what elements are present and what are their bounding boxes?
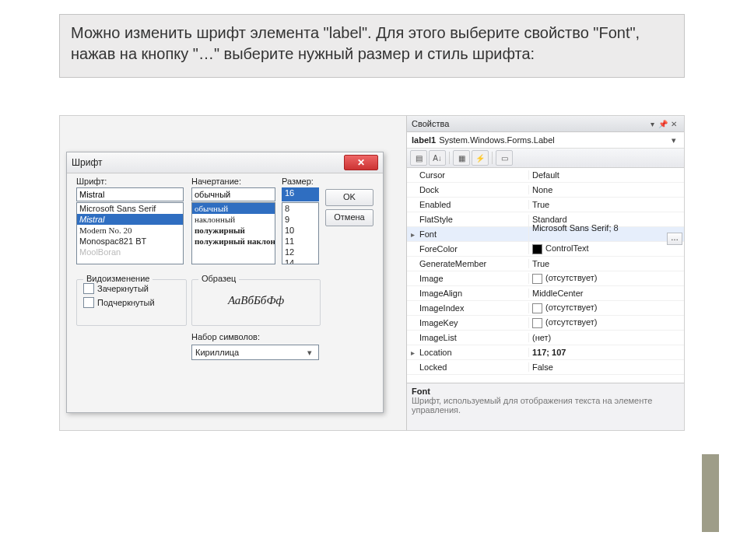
- chevron-down-icon: ▾: [668, 135, 679, 145]
- properties-description: Font Шрифт, используемый для отображения…: [407, 383, 684, 430]
- font-name-input[interactable]: [76, 187, 184, 201]
- ok-button[interactable]: OK: [325, 189, 374, 206]
- list-item[interactable]: 10: [282, 225, 318, 236]
- strikeout-checkbox[interactable]: Зачеркнутый: [83, 283, 186, 294]
- properties-icon[interactable]: ▦: [453, 150, 470, 166]
- list-item[interactable]: 12: [282, 247, 318, 257]
- properties-object-selector[interactable]: label1 System.Windows.Forms.Label ▾: [407, 132, 684, 149]
- instruction-banner: Можно изменить шрифт элемента "label". Д…: [59, 14, 685, 78]
- sort-az-icon[interactable]: A↓: [429, 150, 446, 166]
- expand-icon[interactable]: ▸: [407, 230, 418, 239]
- font-dialog-title: Шрифт: [72, 157, 102, 168]
- close-icon[interactable]: ✕: [344, 155, 378, 170]
- property-name: Dock: [418, 185, 528, 194]
- sample-legend: Образец: [198, 274, 239, 283]
- list-item[interactable]: 8: [282, 203, 318, 214]
- property-name: ImageList: [418, 333, 528, 342]
- property-row[interactable]: DockNone: [407, 183, 684, 198]
- property-name: GenerateMember: [418, 259, 528, 268]
- property-value[interactable]: 117; 107: [528, 348, 684, 357]
- list-item[interactable]: Microsoft Sans Serif: [77, 203, 183, 214]
- property-row[interactable]: LockedFalse: [407, 360, 684, 375]
- effects-legend: Видоизменение: [83, 274, 153, 283]
- chevron-down-icon: ▾: [304, 348, 315, 358]
- property-value[interactable]: ControlText: [528, 243, 684, 254]
- property-name: Enabled: [418, 200, 528, 209]
- property-value[interactable]: False: [528, 362, 684, 372]
- property-value[interactable]: None: [528, 185, 684, 194]
- list-item[interactable]: Mistral: [77, 214, 183, 225]
- properties-grid[interactable]: CursorDefaultDockNoneEnabledTrueFlatStyl…: [407, 168, 684, 383]
- property-name: Image: [418, 274, 528, 283]
- property-name: ImageKey: [418, 318, 528, 327]
- property-row[interactable]: ImageIndex(отсутствует): [407, 301, 684, 316]
- description-title: Font: [412, 387, 679, 396]
- property-pages-icon[interactable]: ▭: [496, 150, 513, 166]
- list-item[interactable]: 11: [282, 236, 318, 247]
- font-size-input[interactable]: 16: [282, 187, 319, 201]
- property-name: Font: [418, 229, 528, 239]
- checkbox-icon: [83, 283, 94, 294]
- font-dialog-titlebar[interactable]: Шрифт ✕: [67, 152, 383, 173]
- charset-dropdown[interactable]: Кириллица ▾: [191, 345, 319, 360]
- property-row[interactable]: ImageList(нет): [407, 331, 684, 345]
- property-value[interactable]: (нет): [528, 333, 684, 342]
- instruction-text: Можно изменить шрифт элемента "label". Д…: [71, 24, 640, 62]
- pin-icon[interactable]: 📌: [658, 120, 668, 128]
- font-size-label: Размер:: [282, 177, 319, 186]
- property-name: ImageAlign: [418, 289, 528, 298]
- list-item[interactable]: полужирный наклонный: [192, 236, 275, 247]
- property-row[interactable]: ▸Location117; 107: [407, 345, 684, 360]
- categorized-icon[interactable]: ▤: [410, 150, 427, 166]
- property-row[interactable]: ▸FontMicrosoft Sans Serif; 8…: [407, 227, 684, 242]
- list-item[interactable]: Modern No. 20: [77, 225, 183, 236]
- property-value[interactable]: True: [528, 200, 684, 209]
- property-row[interactable]: CursorDefault: [407, 168, 684, 183]
- property-value[interactable]: (отсутствует): [528, 303, 684, 313]
- effects-group: Видоизменение Зачеркнутый Подчеркнутый: [76, 279, 187, 326]
- list-item[interactable]: 9: [282, 214, 318, 225]
- font-style-list[interactable]: обычный наклонный полужирный полужирный …: [191, 202, 275, 264]
- checkbox-icon: [83, 297, 94, 308]
- property-value[interactable]: Microsoft Sans Serif; 8…: [528, 223, 684, 245]
- list-item[interactable]: 14: [282, 257, 318, 264]
- font-dialog: Шрифт ✕ Шрифт: Microsoft Sans Serif Mist…: [66, 152, 384, 413]
- list-item[interactable]: обычный: [192, 203, 275, 214]
- events-icon[interactable]: ⚡: [472, 150, 489, 166]
- list-item[interactable]: наклонный: [192, 214, 275, 225]
- property-row[interactable]: ForeColorControlText: [407, 242, 684, 257]
- charset-label: Набор символов:: [191, 332, 260, 341]
- property-row[interactable]: ImageKey(отсутствует): [407, 316, 684, 331]
- property-row[interactable]: GenerateMemberTrue: [407, 257, 684, 271]
- close-icon[interactable]: ✕: [668, 120, 679, 128]
- font-style-input[interactable]: [191, 187, 275, 201]
- font-name-list[interactable]: Microsoft Sans Serif Mistral Modern No. …: [76, 202, 184, 264]
- properties-panel-titlebar[interactable]: Свойства ▾ 📌 ✕: [407, 116, 684, 132]
- list-item[interactable]: полужирный: [192, 225, 275, 236]
- font-label: Шрифт:: [76, 177, 184, 186]
- property-name: Location: [418, 348, 528, 357]
- properties-panel: Свойства ▾ 📌 ✕ label1 System.Windows.For…: [406, 116, 684, 430]
- property-value[interactable]: (отсутствует): [528, 273, 684, 284]
- property-value[interactable]: True: [528, 259, 684, 268]
- underline-checkbox[interactable]: Подчеркнутый: [83, 297, 186, 308]
- property-value[interactable]: Default: [528, 170, 684, 180]
- property-value[interactable]: MiddleCenter: [528, 289, 684, 298]
- cancel-button[interactable]: Отмена: [325, 209, 374, 226]
- property-value[interactable]: (отсутствует): [528, 317, 684, 328]
- font-size-list[interactable]: 8 9 10 11 12 14 16: [282, 202, 319, 264]
- sample-group: Образец АаВбБбФф: [191, 279, 321, 326]
- property-row[interactable]: ImageAlignMiddleCenter: [407, 286, 684, 301]
- sample-text: АаВбБбФф: [192, 294, 320, 307]
- expand-icon[interactable]: ▸: [407, 348, 418, 357]
- property-row[interactable]: Image(отсутствует): [407, 271, 684, 286]
- property-name: ForeColor: [418, 244, 528, 254]
- list-item[interactable]: MoolBoran: [77, 247, 183, 257]
- properties-toolbar: ▤ A↓ ▦ ⚡ ▭: [407, 149, 684, 168]
- properties-title: Свойства: [412, 119, 449, 128]
- font-style-label: Начертание:: [191, 177, 275, 186]
- property-row[interactable]: EnabledTrue: [407, 198, 684, 212]
- property-name: Cursor: [418, 170, 528, 180]
- chevron-down-icon[interactable]: ▾: [647, 120, 658, 128]
- list-item[interactable]: Monospac821 BT: [77, 236, 183, 247]
